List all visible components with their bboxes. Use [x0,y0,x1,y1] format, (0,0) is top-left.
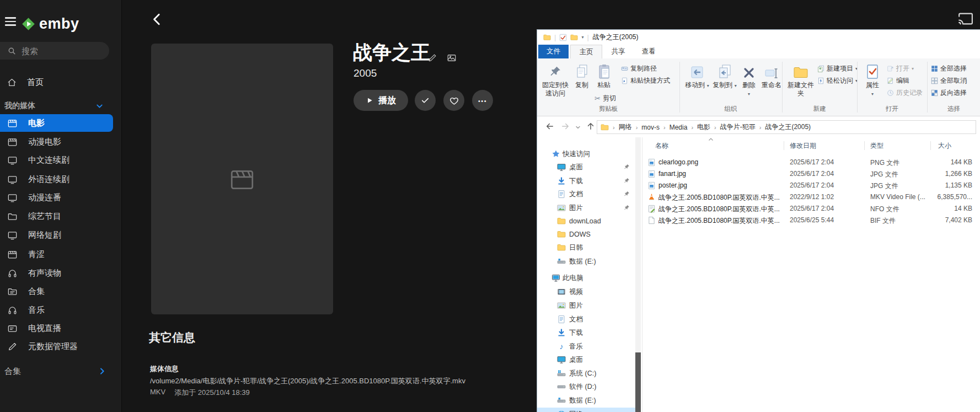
rename-button[interactable]: 重命名 [759,61,784,105]
sidebar-item-chinese-series[interactable]: 中文连续剧 [0,151,113,169]
sidebar-item-variety[interactable]: 综艺节目 [0,207,113,225]
properties-button[interactable]: 属性▾ [861,61,883,105]
sidebar-item-live-tv[interactable]: 电视直播 [0,319,113,337]
sidebar-item-web-shorts[interactable]: 网络短剧 [0,226,113,244]
breadcrumb-item[interactable]: Media [670,124,688,131]
mark-played-button[interactable] [415,90,436,111]
sidebar-item-qingse[interactable]: 青涩 [0,245,113,263]
pin-to-quick-access-button[interactable]: 固定到快速访问 [540,61,570,105]
nav-this-pc[interactable]: 此电脑 [537,271,641,285]
customize-toolbar-caret[interactable]: ▾ [581,35,583,40]
column-divider[interactable] [930,141,931,150]
breadcrumb-item[interactable]: 战争之王(2005) [765,122,811,132]
more-button[interactable]: ••• [472,90,493,111]
sidebar-item-anime-movies[interactable]: 动漫电影 [0,133,113,151]
nav-desktop-pc[interactable]: 桌面 [537,353,641,366]
breadcrumb-item[interactable]: 战争片-犯罪 [720,122,756,132]
menu-icon[interactable] [5,17,16,27]
sidebar-footer-collections[interactable]: 合集 [0,363,122,379]
file-row-bif[interactable]: 战争之王.2005.BD1080P.国英双语.中英... 2025/6/25 5… [642,215,978,226]
paste-shortcut-button[interactable]: 粘贴快捷方式 [621,75,670,86]
column-header-date[interactable]: 修改日期 [790,141,816,151]
new-folder-button[interactable]: 新建文件夹 [786,61,815,105]
nav-quick-access[interactable]: 快速访问 [537,147,641,160]
edit-metadata-button[interactable] [427,53,438,64]
nav-data-drive[interactable]: 数据 (E:) [537,394,641,407]
file-row-mkv[interactable]: 战争之王.2005.BD1080P.国英双语.中英... 2022/9/12 1… [642,191,978,203]
cast-button[interactable] [957,12,974,26]
column-divider[interactable] [864,141,865,150]
easy-access-button[interactable]: 轻松访问 ▾ [817,75,858,86]
nav-download-folder[interactable]: downLoad [537,215,641,228]
up-nav-icon[interactable] [586,121,596,131]
sidebar-item-foreign-series[interactable]: 外语连续剧 [0,170,113,188]
file-row-clearlogo[interactable]: clearlogo.png 2025/6/17 2:04 PNG 文件 144 … [642,157,978,168]
nav-videos[interactable]: 视频 [537,285,641,298]
emby-logo[interactable]: emby [21,15,79,33]
sidebar-item-collections[interactable]: 合集 [0,282,113,300]
nav-system-drive[interactable]: 系统 (C:) [537,367,641,380]
column-header-name[interactable]: 名称 [655,141,668,151]
back-nav-icon[interactable] [545,121,555,131]
nav-rihan-folder[interactable]: 日韩 [537,241,641,254]
select-all-button[interactable]: 全部选择 [931,63,967,74]
tab-home[interactable]: 主页 [570,45,602,58]
copy-path-button[interactable]: 复制路径 [621,63,657,74]
nav-downloads-pc[interactable]: 下载 [537,326,641,339]
open-button[interactable]: 打开 ▾ [887,63,914,74]
new-folder-toolbar-icon[interactable] [570,34,578,41]
move-to-button[interactable]: 移动到 ▾ [684,61,710,105]
sidebar-item-movies[interactable]: 电影 [0,114,113,132]
sidebar-item-home[interactable]: 首页 [0,73,122,91]
nav-dows-folder[interactable]: DOWS [537,228,641,241]
edit-images-button[interactable] [447,53,458,64]
file-row-poster[interactable]: poster.jpg 2025/6/17 2:04 JPG 文件 1,135 K… [642,180,978,191]
edit-button[interactable]: 编辑 [887,75,909,86]
nav-documents[interactable]: 文档 [537,188,641,201]
sidebar-item-metadata-manager[interactable]: 元数据管理器 [0,338,113,355]
breadcrumb-item[interactable]: 网络 [619,122,632,132]
properties-toolbar-icon[interactable] [559,34,567,41]
poster-placeholder[interactable] [151,44,333,314]
favorite-button[interactable] [443,90,464,111]
breadcrumb-item[interactable]: mov-s [641,124,660,131]
column-header-type[interactable]: 类型 [870,141,883,151]
column-header-size[interactable]: 大小 [938,141,951,151]
breadcrumb-item[interactable]: 电影 [697,122,710,132]
nav-network[interactable]: 网络 [537,408,641,412]
cut-button[interactable]: ✂ 剪切 [595,93,616,104]
window-folder-icon[interactable] [543,34,551,41]
address-field[interactable]: › 网络 › mov-s › Media › 电影 › 战争片-犯罪 › 战争之… [597,120,976,134]
tab-view[interactable]: 查看 [634,45,663,58]
search-box[interactable] [0,42,109,60]
search-input[interactable] [22,46,93,56]
select-none-button[interactable]: 全部取消 [931,75,967,86]
sidebar-item-anime-series[interactable]: 动漫连番 [0,189,113,206]
sidebar-item-audiobooks[interactable]: 有声读物 [0,264,113,282]
nav-scrollbar-thumb[interactable] [635,352,641,412]
copy-to-button[interactable]: 复制到 ▾ [711,61,738,105]
file-row-nfo[interactable]: 战争之王.2005.BD1080P.国英双语.中英... 2025/6/17 2… [642,203,978,215]
nav-software-drive[interactable]: 软件 (D:) [537,380,641,393]
my-media-header[interactable]: 我的媒体 [0,98,122,114]
play-button[interactable]: 播放 [354,90,408,111]
column-divider[interactable] [784,141,784,150]
invert-selection-button[interactable]: 反向选择 [931,87,967,98]
nav-pictures[interactable]: 图片 [537,201,641,215]
forward-nav-icon[interactable] [560,121,570,131]
nav-pictures-pc[interactable]: 图片 [537,299,641,312]
delete-button[interactable]: 删除▾ [738,61,760,105]
tab-share[interactable]: 共享 [604,45,633,58]
new-item-button[interactable]: 新建项目 ▾ [817,63,858,74]
recent-locations-caret[interactable] [575,124,581,131]
tab-file[interactable]: 文件 [538,45,569,58]
back-button[interactable] [150,12,167,29]
history-button[interactable]: 历史记录 [887,87,923,98]
file-row-fanart[interactable]: fanart.jpg 2025/6/17 2:04 JPG 文件 1,266 K… [642,168,978,180]
nav-documents-pc[interactable]: 文档 [537,313,641,326]
nav-downloads[interactable]: 下载 [537,174,641,188]
copy-button[interactable]: 复制 [571,61,592,105]
sidebar-item-music[interactable]: 音乐 [0,301,113,319]
nav-music[interactable]: ♪ 音乐 [537,340,641,353]
nav-data-drive-qa[interactable]: 数据 (E:) [537,255,641,268]
